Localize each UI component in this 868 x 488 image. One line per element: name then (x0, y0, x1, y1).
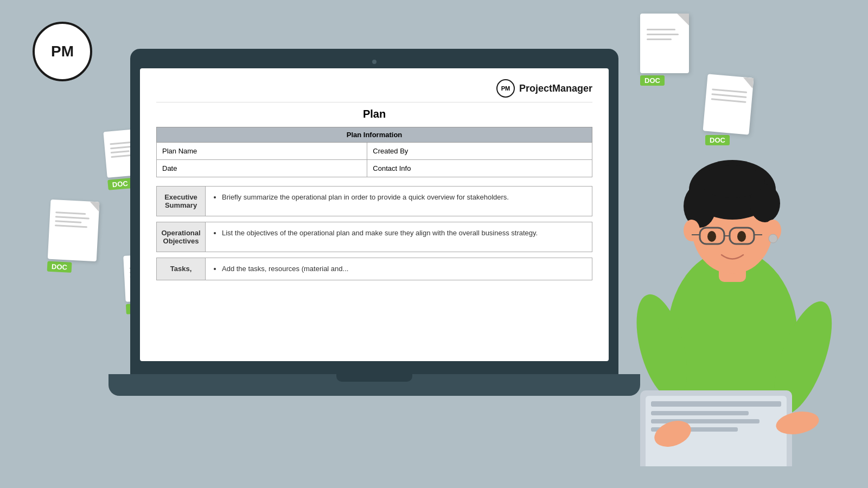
executive-summary-item: Briefly summarize the operational plan i… (222, 192, 584, 203)
doc-line (55, 220, 81, 223)
tasks-label: Tasks, (157, 258, 206, 280)
doc-lines (55, 211, 94, 231)
operational-objectives-label: Operational Objectives (157, 222, 206, 252)
pm-logo-text: PM (51, 43, 74, 60)
date-label: Date (157, 160, 367, 177)
doc-float-left-2: DOC (47, 200, 100, 274)
svg-point-17 (707, 231, 716, 242)
tasks-list: Add the tasks, resources (material and..… (213, 264, 584, 274)
laptop-bezel-top (140, 59, 609, 65)
tasks-item: Add the tasks, resources (material and..… (222, 264, 584, 274)
tasks-section: Tasks, Add the tasks, resources (materia… (156, 258, 592, 280)
plan-table-row-1: Plan Name Created By (157, 143, 592, 160)
tasks-content: Add the tasks, resources (material and..… (206, 258, 592, 280)
pm-brand: PM ProjectManager (496, 79, 592, 98)
executive-summary-label-text: Executive Summary (164, 193, 197, 209)
contact-info-label: Contact Info (367, 160, 592, 177)
svg-point-18 (737, 231, 746, 242)
laptop-outer: PM ProjectManager Plan Plan Information … (130, 49, 618, 396)
pm-brand-name: ProjectManager (519, 83, 592, 94)
pm-circle-small: PM (496, 79, 515, 98)
svg-point-8 (700, 165, 765, 198)
doc-line (647, 29, 675, 30)
doc-line (55, 224, 87, 228)
svg-point-9 (684, 220, 700, 241)
doc-content: PM ProjectManager Plan Plan Information … (140, 68, 609, 297)
executive-summary-list: Briefly summarize the operational plan i… (213, 192, 584, 203)
executive-summary-section: Executive Summary Briefly summarize the … (156, 186, 592, 216)
doc-line (55, 216, 90, 219)
executive-summary-label: Executive Summary (157, 187, 206, 216)
tasks-label-text: Tasks, (170, 265, 192, 273)
plan-name-label: Plan Name (157, 143, 367, 160)
person-illustration (613, 76, 841, 466)
doc-badge-l2: DOC (47, 261, 72, 273)
plan-table-header: Plan Information (157, 127, 592, 143)
laptop-base (108, 374, 640, 396)
operational-objectives-section: Operational Objectives List the objectiv… (156, 222, 592, 252)
tasks-row: Tasks, Add the tasks, resources (materia… (157, 258, 592, 280)
executive-summary-content: Briefly summarize the operational plan i… (206, 187, 592, 216)
doc-header: PM ProjectManager (156, 79, 592, 102)
doc-icon-l2 (48, 200, 100, 262)
doc-line (647, 34, 679, 35)
operational-objectives-content: List the objectives of the operational p… (206, 222, 592, 252)
operational-objectives-label-text: Operational Objectives (161, 229, 200, 245)
svg-rect-23 (651, 419, 760, 423)
doc-line (647, 38, 672, 40)
svg-point-11 (769, 234, 777, 243)
operational-objectives-list: List the objectives of the operational p… (213, 228, 584, 239)
svg-rect-21 (651, 401, 781, 407)
executive-summary-row: Executive Summary Briefly summarize the … (157, 187, 592, 216)
laptop-camera (372, 60, 376, 64)
doc-line (110, 142, 131, 145)
plan-table-row-2: Date Contact Info (157, 160, 592, 177)
operational-objectives-item: List the objectives of the operational p… (222, 228, 584, 239)
pm-logo-main: PM (33, 22, 92, 81)
doc-line (55, 211, 86, 215)
doc-badge-l1: DOC (107, 178, 132, 190)
doc-title: Plan (156, 108, 592, 120)
operational-objectives-row: Operational Objectives List the objectiv… (157, 222, 592, 252)
plan-info-table: Plan Information Plan Name Created By Da… (156, 127, 592, 177)
doc-lines (647, 29, 682, 43)
plan-table-header-row: Plan Information (157, 127, 592, 143)
created-by-label: Created By (367, 143, 592, 160)
laptop-screen: PM ProjectManager Plan Plan Information … (140, 68, 609, 361)
svg-rect-22 (651, 411, 749, 415)
doc-line (111, 150, 130, 153)
